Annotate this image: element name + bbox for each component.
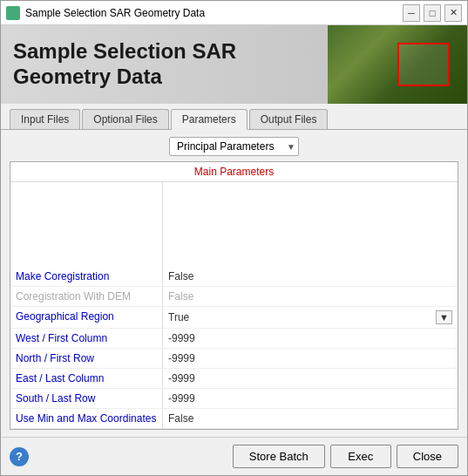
- param-row-east-last-column: East / Last Column -9999: [10, 369, 458, 389]
- param-label-geographical-region: Geographical Region: [10, 307, 163, 328]
- header-section: Sample Selection SAR Geometry Data: [1, 25, 467, 104]
- window-controls: ─ □ ✕: [403, 4, 462, 22]
- params-labels-column: [10, 182, 163, 267]
- param-label-east-last-column: East / Last Column: [10, 369, 163, 388]
- params-section-header: Main Parameters: [10, 162, 458, 182]
- param-row-use-min-max-coordinates: Use Min and Max Coordinates False: [10, 409, 458, 429]
- param-value-east-last-column: -9999: [163, 369, 458, 388]
- image-overlay-box: [397, 43, 450, 86]
- geographical-region-dropdown-btn[interactable]: ▼: [436, 310, 452, 324]
- header-image: [328, 25, 467, 104]
- tab-input-files[interactable]: Input Files: [10, 109, 80, 129]
- maximize-button[interactable]: □: [424, 4, 441, 22]
- window-title: Sample Selection SAR Geometry Data: [25, 7, 403, 19]
- exec-button[interactable]: Exec: [330, 445, 391, 468]
- param-row-make-coregistration: Make Coregistration False: [10, 267, 458, 287]
- param-value-west-first-column: -9999: [163, 329, 458, 348]
- param-value-use-min-max-coordinates: False: [163, 409, 458, 428]
- tab-parameters[interactable]: Parameters: [171, 109, 248, 130]
- param-value-coregistration-with-dem: False: [163, 287, 458, 306]
- content-area: Principal Parameters Advanced Parameters…: [1, 130, 467, 437]
- param-label-make-coregistration: Make Coregistration: [10, 267, 163, 286]
- title-bar: Sample Selection SAR Geometry Data ─ □ ✕: [1, 1, 467, 25]
- app-icon: [6, 6, 20, 20]
- main-window: Sample Selection SAR Geometry Data ─ □ ✕…: [0, 0, 468, 476]
- header-title: Sample Selection SAR Geometry Data: [13, 39, 236, 90]
- satellite-image: [328, 25, 467, 104]
- param-label-coregistration-with-dem: Coregistration With DEM: [10, 287, 163, 306]
- footer-buttons: ? Store Batch Exec Close: [1, 437, 467, 475]
- minimize-button[interactable]: ─: [403, 4, 420, 22]
- param-row-coregistration-with-dem: Coregistration With DEM False: [10, 287, 458, 307]
- param-value-north-first-row: -9999: [163, 349, 458, 368]
- param-value-geographical-region: True ▼: [163, 307, 458, 328]
- help-button[interactable]: ?: [10, 447, 29, 466]
- param-label-use-min-max-coordinates: Use Min and Max Coordinates: [10, 409, 163, 428]
- param-value-make-coregistration: False: [163, 267, 458, 286]
- param-value-south-last-row: -9999: [163, 389, 458, 408]
- params-panel: Main Parameters Make Coregistration Fals…: [10, 161, 458, 430]
- param-label-north-first-row: North / First Row: [10, 349, 163, 368]
- dropdown-row: Principal Parameters Advanced Parameters…: [10, 137, 458, 156]
- principal-parameters-dropdown-wrapper: Principal Parameters Advanced Parameters…: [169, 137, 299, 156]
- tabs-bar: Input Files Optional Files Parameters Ou…: [1, 104, 467, 130]
- param-row-south-last-row: South / Last Row -9999: [10, 389, 458, 409]
- params-body: [10, 182, 458, 267]
- param-row-north-first-row: North / First Row -9999: [10, 349, 458, 369]
- param-label-south-last-row: South / Last Row: [10, 389, 163, 408]
- tab-optional-files[interactable]: Optional Files: [82, 109, 168, 129]
- param-row-west-first-column: West / First Column -9999: [10, 329, 458, 349]
- tab-output-files[interactable]: Output Files: [249, 109, 329, 129]
- param-row-geographical-region: Geographical Region True ▼: [10, 307, 458, 329]
- store-batch-button[interactable]: Store Batch: [233, 445, 325, 468]
- param-label-west-first-column: West / First Column: [10, 329, 163, 348]
- principal-parameters-dropdown[interactable]: Principal Parameters Advanced Parameters: [169, 137, 299, 156]
- close-button[interactable]: Close: [397, 445, 458, 468]
- close-window-button[interactable]: ✕: [444, 4, 462, 22]
